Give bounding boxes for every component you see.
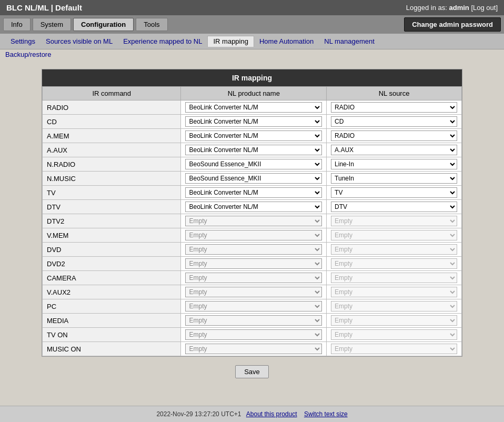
nl-source-cell[interactable]: Empty — [327, 285, 462, 299]
nl-product-cell[interactable]: Empty — [181, 342, 327, 356]
change-admin-password-button[interactable]: Change admin password — [404, 17, 501, 32]
nl-source-cell[interactable]: Empty — [327, 271, 462, 285]
nl-product-cell[interactable]: BeoLink Converter NL/MBeoSound Essence_M… — [181, 172, 327, 186]
save-button[interactable]: Save — [235, 365, 269, 378]
nl-source-select[interactable]: Empty — [331, 329, 457, 340]
table-row: V.AUX2EmptyEmpty — [43, 285, 462, 299]
nl-source-select[interactable]: Empty — [331, 315, 457, 326]
tab-tools[interactable]: Tools — [136, 18, 167, 31]
nl-source-cell[interactable]: RADIOCDA.AUXLine-InTuneInTVDTVEmpty — [327, 157, 462, 172]
nl-product-cell[interactable]: BeoLink Converter NL/MBeoSound Essence_M… — [181, 101, 327, 115]
nl-product-cell[interactable]: Empty — [181, 243, 327, 257]
nl-source-select[interactable]: Empty — [331, 244, 457, 255]
nl-source-cell[interactable]: RADIOCDA.AUXLine-InTuneInTVDTVEmpty — [327, 172, 462, 186]
nl-product-cell[interactable]: Empty — [181, 328, 327, 342]
subnav-nl-management[interactable]: NL management — [319, 36, 380, 47]
nl-product-cell[interactable]: Empty — [181, 228, 327, 243]
ir-command-cell: RADIO — [43, 101, 181, 115]
nl-source-select[interactable]: Empty — [331, 301, 457, 312]
nl-source-select[interactable]: Empty — [331, 258, 457, 269]
ir-command-cell: A.MEM — [43, 129, 181, 143]
subnav-home-automation[interactable]: Home Automation — [254, 36, 319, 47]
nl-product-select[interactable]: BeoLink Converter NL/MBeoSound Essence_M… — [185, 173, 322, 184]
subnav-experience-mapped-to-nl[interactable]: Experience mapped to NL — [118, 36, 207, 47]
nl-product-select[interactable]: BeoLink Converter NL/MBeoSound Essence_M… — [185, 202, 322, 212]
nl-product-cell[interactable]: Empty — [181, 257, 327, 271]
nl-product-cell[interactable]: BeoLink Converter NL/MBeoSound Essence_M… — [181, 143, 327, 157]
table-row: A.MEMBeoLink Converter NL/MBeoSound Esse… — [43, 129, 462, 143]
nl-product-select[interactable]: Empty — [185, 216, 322, 226]
ir-command-cell: A.AUX — [43, 143, 181, 157]
ir-command-cell: V.AUX2 — [43, 285, 181, 299]
logout-link[interactable]: [Log out] — [471, 4, 498, 12]
nl-source-cell[interactable]: Empty — [327, 314, 462, 328]
nl-source-cell[interactable]: Empty — [327, 228, 462, 243]
nl-product-select[interactable]: Empty — [185, 258, 322, 269]
nl-product-select[interactable]: BeoLink Converter NL/MBeoSound Essence_M… — [185, 145, 322, 155]
sub-nav: Settings Sources visible on ML Experienc… — [0, 34, 504, 49]
nl-source-select[interactable]: RADIOCDA.AUXLine-InTuneInTVDTVEmpty — [331, 159, 457, 169]
nl-source-cell[interactable]: RADIOCDA.AUXLine-InTuneInTVDTVEmpty — [327, 129, 462, 143]
nl-source-select[interactable]: Empty — [331, 230, 457, 240]
subnav-ir-mapping[interactable]: IR mapping — [207, 36, 254, 47]
subnav-backup-restore[interactable]: Backup/restore — [5, 51, 51, 58]
nl-source-cell[interactable]: RADIOCDA.AUXLine-InTuneInTVDTVEmpty — [327, 115, 462, 129]
nl-product-cell[interactable]: Empty — [181, 214, 327, 228]
nl-source-cell[interactable]: RADIOCDA.AUXLine-InTuneInTVDTVEmpty — [327, 200, 462, 214]
nl-product-select[interactable]: Empty — [185, 273, 322, 283]
nl-product-cell[interactable]: Empty — [181, 299, 327, 314]
nl-source-cell[interactable]: Empty — [327, 299, 462, 314]
nl-product-select[interactable]: BeoLink Converter NL/MBeoSound Essence_M… — [185, 130, 322, 141]
nl-product-select[interactable]: BeoLink Converter NL/MBeoSound Essence_M… — [185, 159, 322, 169]
nl-source-cell[interactable]: Empty — [327, 243, 462, 257]
nl-product-select[interactable]: BeoLink Converter NL/MBeoSound Essence_M… — [185, 102, 322, 113]
nl-source-select[interactable]: RADIOCDA.AUXLine-InTuneInTVDTVEmpty — [331, 130, 457, 141]
nl-source-select[interactable]: Empty — [331, 287, 457, 297]
tab-info[interactable]: Info — [3, 18, 31, 31]
col-header-nl-product: NL product name — [181, 87, 327, 101]
nl-source-cell[interactable]: RADIOCDA.AUXLine-InTuneInTVDTVEmpty — [327, 101, 462, 115]
nl-source-select[interactable]: RADIOCDA.AUXLine-InTuneInTVDTVEmpty — [331, 173, 457, 184]
nl-source-cell[interactable]: RADIOCDA.AUXLine-InTuneInTVDTVEmpty — [327, 143, 462, 157]
about-product-link[interactable]: About this product — [246, 410, 297, 418]
ir-mapping-title: IR mapping — [42, 69, 462, 86]
login-user: admin — [449, 4, 469, 12]
nl-source-select[interactable]: RADIOCDA.AUXLine-InTuneInTVDTVEmpty — [331, 102, 457, 113]
nl-source-select[interactable]: RADIOCDA.AUXLine-InTuneInTVDTVEmpty — [331, 145, 457, 155]
nl-product-select[interactable]: Empty — [185, 287, 322, 297]
nl-product-select[interactable]: Empty — [185, 230, 322, 240]
nl-product-select[interactable]: BeoLink Converter NL/MBeoSound Essence_M… — [185, 187, 322, 198]
nl-source-cell[interactable]: Empty — [327, 214, 462, 228]
nl-source-cell[interactable]: Empty — [327, 257, 462, 271]
nl-source-cell[interactable]: RADIOCDA.AUXLine-InTuneInTVDTVEmpty — [327, 186, 462, 200]
nl-product-cell[interactable]: BeoLink Converter NL/MBeoSound Essence_M… — [181, 115, 327, 129]
nl-source-select[interactable]: RADIOCDA.AUXLine-InTuneInTVDTVEmpty — [331, 116, 457, 127]
nl-source-cell[interactable]: Empty — [327, 328, 462, 342]
nl-source-select[interactable]: RADIOCDA.AUXLine-InTuneInTVDTVEmpty — [331, 202, 457, 212]
nl-product-select[interactable]: Empty — [185, 244, 322, 255]
nl-product-cell[interactable]: Empty — [181, 271, 327, 285]
nl-product-select[interactable]: Empty — [185, 329, 322, 340]
nl-product-cell[interactable]: Empty — [181, 314, 327, 328]
tab-configuration[interactable]: Configuration — [73, 18, 134, 31]
nl-product-select[interactable]: Empty — [185, 344, 322, 354]
nl-source-select[interactable]: RADIOCDA.AUXLine-InTuneInTVDTVEmpty — [331, 187, 457, 198]
nl-product-cell[interactable]: Empty — [181, 285, 327, 299]
table-row: CAMERAEmptyEmpty — [43, 271, 462, 285]
nl-source-select[interactable]: Empty — [331, 273, 457, 283]
ir-command-cell: N.MUSIC — [43, 172, 181, 186]
nl-source-cell[interactable]: Empty — [327, 342, 462, 356]
nl-product-cell[interactable]: BeoLink Converter NL/MBeoSound Essence_M… — [181, 186, 327, 200]
nl-product-cell[interactable]: BeoLink Converter NL/MBeoSound Essence_M… — [181, 129, 327, 143]
nl-product-select[interactable]: BeoLink Converter NL/MBeoSound Essence_M… — [185, 116, 322, 127]
switch-text-size-link[interactable]: Switch text size — [304, 410, 348, 418]
nl-product-select[interactable]: Empty — [185, 315, 322, 326]
nl-product-cell[interactable]: BeoLink Converter NL/MBeoSound Essence_M… — [181, 157, 327, 172]
tab-system[interactable]: System — [33, 18, 71, 31]
nl-product-cell[interactable]: BeoLink Converter NL/MBeoSound Essence_M… — [181, 200, 327, 214]
subnav-sources-visible-on-ml[interactable]: Sources visible on ML — [41, 36, 118, 47]
nl-source-select[interactable]: Empty — [331, 216, 457, 226]
subnav-settings[interactable]: Settings — [5, 36, 41, 47]
nl-product-select[interactable]: Empty — [185, 301, 322, 312]
nl-source-select[interactable]: Empty — [331, 344, 457, 354]
